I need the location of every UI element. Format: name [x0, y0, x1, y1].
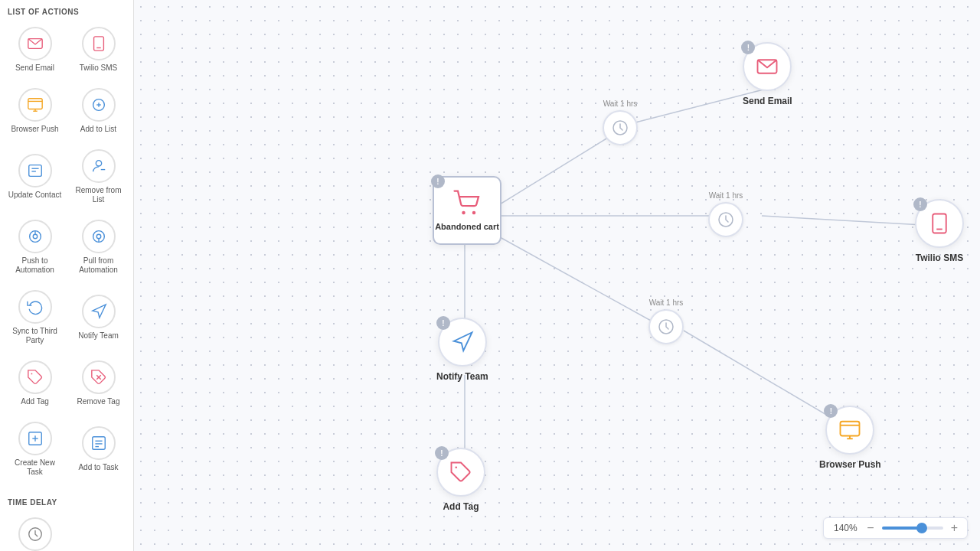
flow-send-email-icon — [756, 55, 779, 78]
flow-node-add-tag[interactable]: ! Add Tag — [436, 448, 485, 512]
wait-node-1[interactable]: Wait 1 hrs — [603, 99, 638, 145]
svg-point-40 — [462, 211, 466, 215]
svg-line-38 — [684, 331, 841, 423]
add-to-list-icon — [90, 96, 107, 113]
flow-node-browser-push[interactable]: ! Browser Push — [819, 406, 881, 470]
wait-1-label: Wait 1 hrs — [603, 99, 638, 108]
browser-push-warning: ! — [824, 404, 838, 418]
add-tag-node-label: Add Tag — [443, 501, 479, 512]
sidebar-item-notify-team[interactable]: Notify Team — [68, 284, 129, 351]
svg-point-41 — [472, 211, 476, 215]
flow-node-twilio-sms[interactable]: ! Twilio SMS — [915, 199, 964, 263]
trigger-node-abandoned-cart[interactable]: ! Abandoned cart — [433, 176, 501, 245]
sidebar-item-sync-third-party[interactable]: Sync to Third Party — [5, 284, 65, 351]
zoom-in-button[interactable]: + — [949, 521, 959, 535]
sidebar-item-push-to-automation[interactable]: Push to Automation — [5, 214, 65, 281]
send-email-icon — [27, 35, 44, 52]
sidebar-item-send-email[interactable]: Send Email — [5, 21, 65, 79]
sidebar-item-remove-tag[interactable]: Remove Tag — [68, 354, 129, 412]
sidebar-remove-from-list-label: Remove from List — [71, 186, 126, 204]
sync-third-party-icon — [27, 298, 44, 315]
remove-from-list-icon — [90, 158, 107, 174]
sidebar-push-to-automation-label: Push to Automation — [8, 256, 62, 275]
wait-node-2[interactable]: Wait 1 hrs — [708, 191, 743, 237]
svg-line-35 — [762, 216, 936, 226]
notify-team-warning: ! — [436, 316, 450, 330]
flow-browser-push-icon — [838, 419, 861, 442]
sidebar-item-remove-from-list[interactable]: Remove from List — [68, 143, 129, 210]
sidebar-item-add-delay[interactable]: Add Delay — [5, 511, 65, 551]
svg-point-13 — [96, 161, 101, 166]
flow-twilio-sms-icon — [928, 212, 951, 235]
browser-push-node-label: Browser Push — [819, 459, 881, 470]
sidebar-notify-team-label: Notify Team — [78, 331, 119, 341]
flow-node-notify-team[interactable]: ! Notify Team — [436, 318, 488, 382]
svg-rect-27 — [92, 437, 105, 450]
wait-1-circle — [603, 110, 638, 145]
add-delay-icon — [27, 526, 44, 543]
section-title-actions: LIST OF ACTIONS — [0, 0, 133, 21]
create-new-task-icon — [27, 430, 44, 447]
sidebar-item-add-tag[interactable]: Add Tag — [5, 354, 65, 412]
update-contact-icon — [27, 162, 44, 179]
sidebar-item-browser-push[interactable]: Browser Push — [5, 82, 65, 140]
sidebar-add-to-list-label: Add to List — [80, 125, 116, 134]
trigger-warning-badge: ! — [431, 174, 445, 188]
zoom-percentage: 140% — [831, 523, 859, 533]
sidebar-pull-from-automation-label: Pull from Automation — [71, 256, 126, 275]
section-title-time-delay: TIME DELAY — [0, 491, 133, 511]
sidebar-item-add-to-task[interactable]: Add to Task — [68, 416, 129, 483]
svg-rect-48 — [841, 422, 860, 436]
flow-notify-team-icon — [451, 331, 474, 354]
sidebar-create-new-task-label: Create New Task — [8, 458, 62, 477]
push-to-automation-icon — [27, 228, 44, 245]
svg-line-32 — [486, 130, 620, 213]
sidebar-twilio-sms-label: Twilio SMS — [80, 64, 117, 73]
notify-team-node-label: Notify Team — [436, 371, 488, 382]
svg-rect-1 — [93, 37, 103, 51]
sidebar-item-pull-from-automation[interactable]: Pull from Automation — [68, 214, 129, 281]
wait-3-label: Wait 1 hrs — [649, 298, 684, 307]
add-to-task-icon — [90, 435, 107, 452]
sidebar: LIST OF ACTIONS Send Email Twilio SMS — [0, 0, 134, 551]
zoom-controls: 140% − + — [823, 517, 968, 539]
sidebar-item-create-new-task[interactable]: Create New Task — [5, 416, 65, 483]
wait-3-clock-icon — [657, 318, 675, 336]
abandoned-cart-icon — [453, 190, 481, 217]
notify-team-icon — [90, 303, 107, 320]
flow-canvas[interactable]: ! Abandoned cart Wait 1 hrs ! Send Email — [134, 0, 980, 551]
svg-point-16 — [33, 234, 38, 239]
sidebar-remove-tag-label: Remove Tag — [77, 397, 120, 406]
twilio-sms-icon — [90, 35, 107, 52]
wait-node-3[interactable]: Wait 1 hrs — [648, 298, 684, 344]
flow-node-send-email[interactable]: ! Send Email — [743, 42, 792, 106]
zoom-out-button[interactable]: − — [865, 521, 875, 535]
wait-2-label: Wait 1 hrs — [709, 191, 743, 200]
sidebar-sync-third-party-label: Sync to Third Party — [8, 327, 62, 345]
sidebar-send-email-label: Send Email — [15, 64, 54, 73]
wait-1-clock-icon — [611, 119, 629, 137]
svg-line-37 — [486, 230, 666, 329]
zoom-slider[interactable] — [882, 527, 943, 530]
sidebar-item-update-contact[interactable]: Update Contact — [5, 143, 65, 210]
trigger-box-label: Abandoned cart — [435, 222, 499, 231]
sidebar-item-add-to-list[interactable]: Add to List — [68, 82, 129, 140]
add-tag-icon — [27, 369, 44, 386]
twilio-warning: ! — [913, 197, 927, 211]
send-email-warning: ! — [741, 41, 755, 54]
twilio-sms-node-label: Twilio SMS — [916, 253, 963, 263]
wait-2-circle — [708, 202, 743, 237]
wait-3-circle — [648, 309, 684, 344]
remove-tag-icon — [90, 369, 107, 386]
time-delay-grid: Add Delay — [0, 511, 133, 551]
browser-push-icon — [27, 96, 44, 113]
svg-point-19 — [96, 234, 101, 239]
wait-2-clock-icon — [717, 210, 735, 229]
actions-grid: Send Email Twilio SMS Brow — [0, 21, 133, 483]
svg-rect-45 — [933, 214, 946, 233]
sidebar-item-twilio-sms[interactable]: Twilio SMS — [68, 21, 129, 79]
sidebar-browser-push-label: Browser Push — [11, 125, 58, 134]
flow-add-tag-icon — [449, 461, 472, 484]
sidebar-update-contact-label: Update Contact — [8, 191, 62, 200]
sidebar-add-tag-label: Add Tag — [21, 397, 49, 406]
